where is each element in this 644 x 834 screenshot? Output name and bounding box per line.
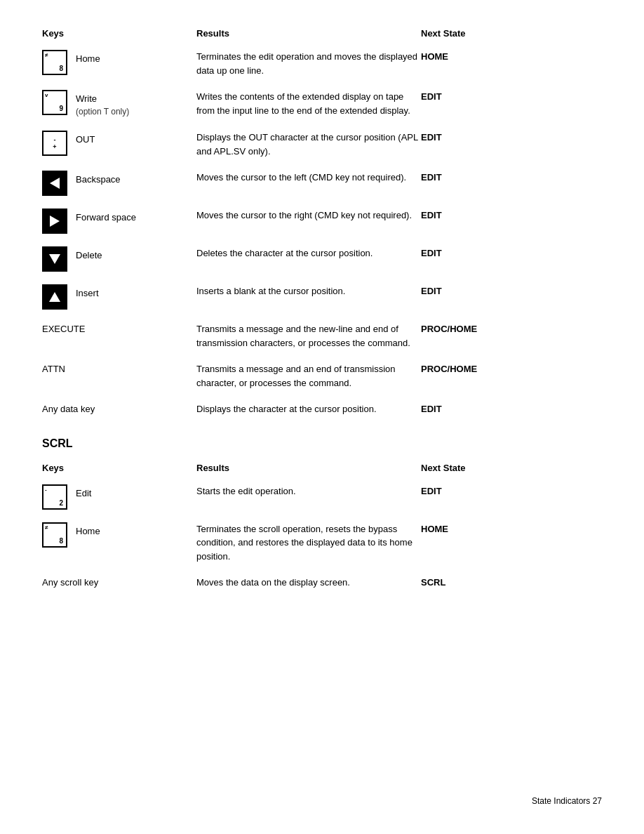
- header-keys: Keys: [42, 28, 196, 39]
- scrl-section-title: SCRL: [42, 437, 602, 450]
- result-cell: Writes the contents of the extended disp…: [196, 90, 421, 117]
- key-name-label: Any data key: [42, 404, 95, 414]
- table-row: Any data key Displays the character at t…: [42, 402, 602, 416]
- key-cell: - + OUT: [42, 131, 196, 156]
- page-footer: State Indicators 27: [532, 796, 602, 806]
- key-bottom-label: 8: [59, 537, 63, 545]
- key-name-label: ATTN: [42, 364, 65, 374]
- key-top-label: -: [54, 136, 56, 143]
- next-state-cell: EDIT: [421, 246, 533, 258]
- key-cell: Any scroll key: [42, 576, 196, 588]
- key-cell: EXECUTE: [42, 322, 196, 334]
- next-state-cell: SCRL: [421, 576, 533, 588]
- table-row: ≠ 8 Home Terminates the edit operation a…: [42, 50, 602, 77]
- result-cell: Starts the edit operation.: [196, 484, 421, 498]
- key-box-out: - +: [42, 131, 67, 156]
- page: Keys Results Next State ≠ 8 Home Termina…: [0, 0, 644, 646]
- scrl-table-header: Keys Results Next State: [42, 463, 602, 476]
- key-cell: Forward space: [42, 208, 196, 234]
- result-cell: Transmits a message and the new-line and…: [196, 322, 421, 350]
- table-row: Delete Deletes the character at the curs…: [42, 246, 602, 272]
- next-state-cell: HOME: [421, 522, 533, 534]
- result-cell: Transmits a message and an end of transm…: [196, 362, 421, 390]
- header-results: Results: [196, 28, 421, 39]
- table-row: Backspace Moves the cursor to the left (…: [42, 171, 602, 196]
- table-row: - 2 Edit Starts the edit operation. EDIT: [42, 484, 602, 510]
- header-keys: Keys: [42, 463, 196, 473]
- key-cell: ≠ 8 Home: [42, 522, 196, 548]
- key-name-label: Forward space: [76, 208, 136, 224]
- result-cell: Moves the data on the display screen.: [196, 576, 421, 590]
- edit-table-header: Keys Results Next State: [42, 28, 602, 41]
- key-cell: Insert: [42, 284, 196, 310]
- header-next-state: Next State: [421, 28, 533, 39]
- key-cell: - 2 Edit: [42, 484, 196, 510]
- table-row: v 9 Write (option T only) Writes the con…: [42, 90, 602, 118]
- result-cell: Moves the cursor to the left (CMD key no…: [196, 171, 421, 185]
- next-state-cell: EDIT: [421, 171, 533, 183]
- key-box-insert: [42, 284, 67, 310]
- key-box-delete: [42, 246, 67, 272]
- next-state-cell: EDIT: [421, 208, 533, 220]
- key-cell: ≠ 8 Home: [42, 50, 196, 75]
- result-cell: Terminates the edit operation and moves …: [196, 50, 421, 77]
- key-box-forward-space: [42, 208, 67, 234]
- key-cell: Backspace: [42, 171, 196, 196]
- key-name-label: Edit: [76, 484, 91, 500]
- key-top-label: -: [45, 486, 47, 493]
- arrow-left-icon: [50, 178, 60, 189]
- next-state-cell: EDIT: [421, 484, 533, 496]
- table-row: Forward space Moves the cursor to the ri…: [42, 208, 602, 234]
- key-name-label: OUT: [76, 131, 95, 146]
- key-name-label: Home: [76, 50, 100, 65]
- arrow-up-icon: [49, 292, 60, 302]
- key-name-label: Delete: [76, 246, 102, 262]
- key-box-home-scrl: ≠ 8: [42, 522, 67, 548]
- key-cell: Delete: [42, 246, 196, 272]
- next-state-cell: EDIT: [421, 402, 533, 414]
- edit-section-table: Keys Results Next State ≠ 8 Home Termina…: [42, 28, 602, 416]
- key-bottom-label: 9: [59, 105, 63, 112]
- next-state-cell: HOME: [421, 50, 533, 62]
- table-row: - + OUT Displays the OUT character at th…: [42, 131, 602, 158]
- key-top-label: v: [45, 92, 48, 98]
- result-cell: Inserts a blank at the cursor position.: [196, 284, 421, 298]
- result-cell: Deletes the character at the cursor posi…: [196, 246, 421, 260]
- key-name-label: Any scroll key: [42, 577, 98, 588]
- key-cell: Any data key: [42, 402, 196, 414]
- key-cell: v 9 Write (option T only): [42, 90, 196, 118]
- key-name-label: Backspace: [76, 171, 121, 186]
- arrow-down-icon: [49, 254, 60, 264]
- result-cell: Terminates the scroll operation, resets …: [196, 522, 421, 564]
- key-name-label: Insert: [76, 284, 99, 300]
- key-cell: ATTN: [42, 362, 196, 374]
- key-top-label: ≠: [45, 524, 48, 531]
- key-top-label: ≠: [45, 52, 48, 58]
- key-box-backspace: [42, 171, 67, 196]
- key-box-write: v 9: [42, 90, 67, 115]
- next-state-cell: EDIT: [421, 131, 533, 143]
- table-row: Any scroll key Moves the data on the dis…: [42, 576, 602, 590]
- key-bottom-label: +: [53, 143, 56, 150]
- next-state-cell: EDIT: [421, 90, 533, 102]
- next-state-cell: PROC/HOME: [421, 362, 533, 374]
- key-name-label: EXECUTE: [42, 324, 85, 334]
- next-state-cell: PROC/HOME: [421, 322, 533, 334]
- header-next-state: Next State: [421, 463, 533, 473]
- result-cell: Displays the OUT character at the cursor…: [196, 131, 421, 158]
- table-row: ≠ 8 Home Terminates the scroll operation…: [42, 522, 602, 564]
- key-name-label: Write (option T only): [76, 90, 129, 118]
- arrow-right-icon: [50, 216, 60, 227]
- key-sub-label: (option T only): [76, 107, 129, 117]
- key-box-home: ≠ 8: [42, 50, 67, 75]
- key-name-label: Home: [76, 522, 100, 538]
- table-row: Insert Inserts a blank at the cursor pos…: [42, 284, 602, 310]
- scrl-section-table: Keys Results Next State - 2 Edit Starts …: [42, 463, 602, 590]
- result-cell: Moves the cursor to the right (CMD key n…: [196, 208, 421, 223]
- key-bottom-label: 2: [59, 499, 63, 507]
- table-row: ATTN Transmits a message and an end of t…: [42, 362, 602, 390]
- table-row: EXECUTE Transmits a message and the new-…: [42, 322, 602, 350]
- header-results: Results: [196, 463, 421, 473]
- result-cell: Displays the character at the cursor pos…: [196, 402, 421, 416]
- key-bottom-label: 8: [59, 65, 63, 72]
